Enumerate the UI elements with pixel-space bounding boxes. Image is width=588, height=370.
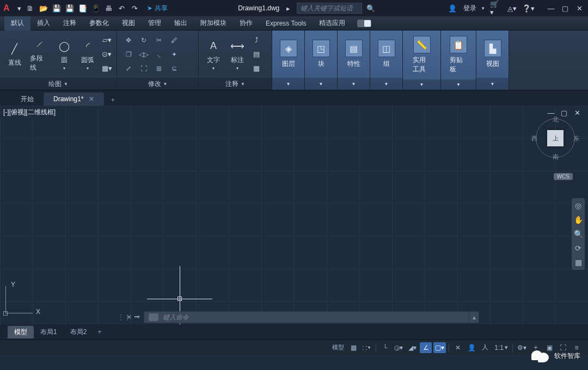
line-button[interactable]: ╱直线 (4, 40, 24, 69)
status-anno-icon[interactable]: 人 (479, 342, 491, 353)
ribbon-tab-insert[interactable]: 插入 (30, 16, 57, 30)
scale-icon[interactable]: ⛶ (137, 62, 151, 75)
viewcube-west[interactable]: 西 (531, 134, 537, 143)
web-icon[interactable]: 📑 (77, 3, 88, 14)
save-icon[interactable]: 💾 (51, 3, 62, 14)
ribbon-tab-annotate[interactable]: 注释 (57, 16, 83, 30)
arc-button[interactable]: ◜圆弧▾ (78, 37, 98, 72)
mirror-icon[interactable]: ◁▷ (137, 48, 151, 61)
ribbon-tab-manage[interactable]: 管理 (142, 16, 168, 30)
new-icon[interactable]: 🗎 (25, 3, 36, 14)
circle-button[interactable]: ◯圆▾ (54, 37, 75, 72)
file-tab-drawing[interactable]: Drawing1*✕ (44, 92, 104, 106)
minimize-button[interactable]: — (546, 3, 556, 13)
viewcube-east[interactable]: 东 (573, 134, 579, 143)
plot-icon[interactable]: 🖶 (103, 3, 114, 14)
fillet-icon[interactable]: ◟ (152, 48, 166, 61)
polyline-button[interactable]: ⟋多段线 (28, 35, 51, 73)
cmd-history-icon[interactable]: ⮕ (134, 313, 140, 321)
ribbon-tab-parametric[interactable]: 参数化 (83, 16, 115, 30)
viewcube-north[interactable]: 北 (553, 115, 559, 124)
open-icon[interactable]: 📂 (38, 3, 49, 14)
title-dropdown-icon[interactable]: ▸ (283, 3, 293, 14)
status-osnap-icon[interactable]: ∠ (420, 342, 432, 353)
app-menu-dropdown[interactable]: ▾ (14, 3, 25, 14)
status-polar-icon[interactable]: ◶▾ (393, 342, 405, 353)
status-iso-icon[interactable]: ◢▾ (406, 342, 418, 353)
status-model-button[interactable]: 模型 (330, 342, 346, 353)
explode-icon[interactable]: ✦ (167, 48, 181, 61)
panel-clip-expand[interactable]: ▼ (441, 79, 476, 90)
saveas-icon[interactable]: 💾 (64, 3, 75, 14)
command-input[interactable]: 键入命令 (144, 311, 469, 323)
ribbon-toggle-switch[interactable] (357, 20, 371, 27)
table-icon[interactable]: ▤ (251, 49, 262, 60)
share-button[interactable]: ➤ 共享 (147, 4, 168, 13)
panel-viewr-expand[interactable]: ▼ (476, 78, 509, 90)
zoom-icon[interactable]: 🔍 (574, 230, 583, 238)
maximize-button[interactable]: ▢ (560, 3, 571, 13)
ribbon-tab-addins[interactable]: 附加模块 (194, 16, 233, 30)
ribbon-tab-output[interactable]: 输出 (168, 16, 194, 30)
offset-icon[interactable]: ⊆ (167, 62, 181, 75)
ribbon-tab-express[interactable]: Express Tools (259, 16, 313, 30)
cmd-dropdown-icon[interactable]: ▴ (469, 311, 479, 323)
hatch-icon[interactable]: ▦▾ (101, 63, 112, 74)
undo-icon[interactable]: ↶ (117, 3, 127, 14)
ribbon-tab-collab[interactable]: 协作 (233, 16, 259, 30)
search-input[interactable]: 键入关键字或短语 (297, 3, 362, 14)
status-tpy-icon[interactable]: 👤 (465, 342, 477, 353)
array-icon[interactable]: ⊞ (152, 62, 166, 75)
group-button[interactable]: ◫组 (372, 36, 401, 72)
clip-button[interactable]: 📋剪贴板 (444, 33, 473, 77)
autodesk-icon[interactable]: ◬▾ (506, 3, 517, 14)
pan-icon[interactable]: ✋ (574, 215, 583, 224)
ribbon-tab-featured[interactable]: 精选应用 (313, 16, 352, 30)
status-lwt-icon[interactable]: ✕ (452, 342, 464, 353)
trim-icon[interactable]: ✂ (152, 34, 166, 47)
panel-block-expand[interactable]: ▼ (305, 78, 337, 90)
login-label[interactable]: 登录 (463, 4, 476, 13)
mobile-icon[interactable]: 📱 (90, 3, 101, 14)
close-button[interactable]: ✕ (574, 3, 585, 13)
panel-props-expand[interactable]: ▼ (338, 78, 370, 90)
close-tab-icon[interactable]: ✕ (89, 95, 94, 103)
props-button[interactable]: ▤特性 (340, 36, 368, 72)
add-tab-button[interactable]: + (106, 95, 119, 106)
layout-tab-1[interactable]: 布局1 (34, 326, 64, 338)
status-otrack-icon[interactable]: ▢▾ (433, 342, 446, 353)
rotate-icon[interactable]: ↻ (137, 34, 151, 47)
redo-icon[interactable]: ↷ (130, 3, 140, 14)
field-icon[interactable]: ▦ (251, 63, 262, 74)
status-ws-icon[interactable]: ⚙▾ (516, 342, 528, 353)
user-icon[interactable]: 👤 (447, 3, 458, 14)
layout-tab-model[interactable]: 模型 (8, 326, 34, 338)
drawing-viewport[interactable]: [-][俯视][二维线框] — ▢ ✕ 北 南 西 东 上 WCS ◎ ✋ 🔍 … (0, 106, 588, 340)
erase-icon[interactable]: 🖉 (167, 34, 181, 47)
cmd-close-icon[interactable]: ✕ (126, 313, 132, 321)
status-scale-button[interactable]: 1:1▾ (493, 342, 510, 353)
orbit-icon[interactable]: ⟳ (575, 244, 581, 252)
ellipse-icon[interactable]: ⊙▾ (101, 49, 112, 60)
viewport-label[interactable]: [-][俯视][二维线框] (3, 108, 56, 117)
file-tab-start[interactable]: 开始 (11, 92, 44, 106)
util-button[interactable]: 📏实用工具 (407, 33, 436, 77)
cmd-drag-handle[interactable]: ⋮⋮ (118, 313, 124, 321)
wheel-icon[interactable]: ◎ (575, 201, 581, 210)
panel-group-expand[interactable]: ▼ (370, 78, 402, 90)
status-snap-icon[interactable]: ⸬▾ (361, 342, 373, 353)
stretch-icon[interactable]: ⤢ (121, 62, 136, 75)
panel-modify-label[interactable]: 修改▼ (117, 78, 198, 90)
text-button[interactable]: A文字▾ (203, 37, 224, 72)
showmotion-icon[interactable]: ▦ (575, 258, 582, 267)
viewcube-south[interactable]: 南 (553, 153, 559, 161)
rect-icon[interactable]: ▱▾ (101, 35, 112, 46)
wcs-badge[interactable]: WCS (554, 173, 573, 180)
layer-button[interactable]: ◈图层 (274, 36, 303, 72)
layout-tab-2[interactable]: 布局2 (64, 326, 94, 338)
layout-add-button[interactable]: + (93, 326, 106, 337)
block-button[interactable]: ◳块 (307, 36, 335, 72)
copy-icon[interactable]: ❐ (121, 48, 136, 61)
ribbon-tab-default[interactable]: 默认 (4, 16, 30, 30)
status-grid-icon[interactable]: ▦ (347, 342, 359, 353)
